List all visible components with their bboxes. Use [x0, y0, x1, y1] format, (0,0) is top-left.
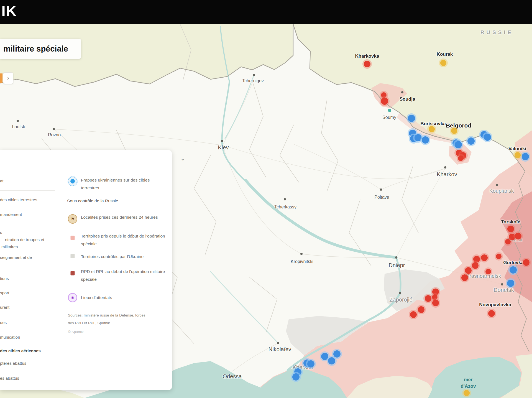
- darkred-sq-icon: [71, 271, 75, 275]
- legend-panel: Sous contrôle de la Russie Sources: mini…: [0, 150, 172, 390]
- red-marker[interactable]: [507, 226, 514, 232]
- yellow-marker[interactable]: [515, 152, 521, 158]
- legend-item-label: Lieux d'attentats: [81, 294, 165, 302]
- citydot-marker: [53, 128, 55, 130]
- red-marker[interactable]: [425, 295, 431, 302]
- blue-marker[interactable]: [507, 280, 514, 287]
- blue-marker[interactable]: [292, 373, 300, 381]
- timeline-handle-fragment[interactable]: [0, 73, 2, 83]
- red-marker[interactable]: [505, 239, 511, 244]
- red-marker[interactable]: [381, 98, 388, 105]
- blue-marker[interactable]: [484, 134, 491, 141]
- legend-section-russia-control: Sous contrôle de la Russie: [67, 198, 118, 203]
- attack-icon: ✷: [68, 293, 77, 302]
- blue-marker[interactable]: [328, 357, 335, 364]
- blue-marker[interactable]: [422, 136, 429, 144]
- red-marker[interactable]: [381, 92, 387, 98]
- blue-marker[interactable]: [307, 360, 314, 368]
- citydot-marker: [496, 184, 498, 186]
- legend-copyright: © Sputnik: [68, 330, 84, 334]
- blue-marker[interactable]: [408, 115, 415, 122]
- yellow-marker[interactable]: [464, 390, 470, 396]
- blue-marker[interactable]: [522, 153, 529, 160]
- red-marker[interactable]: [418, 306, 424, 313]
- next-button[interactable]: ›: [3, 72, 13, 84]
- legend-item-fragment: ptères abattus: [0, 361, 26, 366]
- legend-item-fragment: ues: [0, 320, 7, 325]
- legend-item-fragment: ntration de troupes et: [5, 237, 44, 242]
- legend-item-fragment: s: [0, 230, 2, 235]
- map-application: RUSSIEKourskKharkovkaTchernigovSoudjaSou…: [0, 0, 532, 398]
- red-marker[interactable]: [523, 259, 530, 266]
- legend-item-fragment: tions: [0, 276, 9, 281]
- citydot-marker: [17, 120, 19, 122]
- citydot-marker: [401, 91, 403, 93]
- legend-item-fragment: munication: [0, 335, 20, 340]
- yellow-marker[interactable]: [429, 126, 435, 132]
- legend-sources-line1: Sources: ministère russe de la Défense, …: [68, 313, 145, 317]
- citydot-marker: [501, 283, 503, 285]
- blue-marker[interactable]: [321, 353, 328, 360]
- red-marker[interactable]: [461, 274, 468, 281]
- citydot-marker: [221, 140, 223, 142]
- yellow-marker[interactable]: [440, 60, 446, 66]
- red-marker[interactable]: [472, 262, 479, 269]
- citydot-marker: [300, 253, 303, 255]
- legend-item-fragment: des cibles aériennes: [0, 348, 41, 353]
- pink-sq-icon: [71, 236, 75, 240]
- blue-marker[interactable]: [455, 141, 462, 148]
- teal-marker[interactable]: [388, 109, 391, 112]
- legend-item-label: Territoires contrôlés par l'Ukraine: [81, 253, 165, 261]
- blue-marker[interactable]: [510, 266, 517, 274]
- gray-sq-icon: [71, 254, 75, 258]
- red-marker[interactable]: [432, 289, 439, 295]
- captured-icon: ⚑: [68, 214, 77, 224]
- yellow-marker[interactable]: [451, 128, 457, 134]
- citydot-marker: [399, 292, 401, 294]
- red-marker[interactable]: [473, 256, 480, 262]
- red-marker[interactable]: [432, 300, 439, 306]
- top-header-bar: IK: [0, 0, 532, 24]
- legend-item-label: Territoires pris depuis le début de l'op…: [81, 232, 165, 248]
- citydot-marker: [395, 256, 397, 259]
- ukr-strike-icon: [68, 176, 78, 186]
- legend-sources-line2: des RPD et RPL, Sputnik: [68, 321, 110, 325]
- legend-item-fragment: urant: [0, 305, 9, 310]
- red-marker[interactable]: [515, 233, 521, 239]
- collapse-legend-chevron[interactable]: ⌄: [177, 154, 188, 162]
- legend-item-fragment: des cibles terrestres: [0, 197, 37, 202]
- red-marker[interactable]: [364, 61, 370, 67]
- blue-marker[interactable]: [333, 350, 341, 358]
- legend-item-label: Localités prises ces dernières 24 heures: [81, 213, 165, 221]
- legend-divider: [67, 194, 165, 194]
- red-marker[interactable]: [485, 269, 491, 274]
- sputnik-logo: IK: [1, 2, 17, 19]
- citydot-marker: [380, 188, 382, 191]
- red-marker[interactable]: [465, 267, 472, 274]
- red-marker[interactable]: [432, 294, 438, 300]
- legend-item-fragment: seignement et de: [0, 255, 32, 260]
- map-title: militaire spéciale: [0, 44, 68, 53]
- red-marker[interactable]: [410, 311, 417, 318]
- blue-marker[interactable]: [415, 134, 422, 141]
- citydot-marker: [253, 74, 255, 76]
- legend-divider: [67, 285, 165, 285]
- legend-item-fragment: mandement: [0, 212, 22, 217]
- map-title-box: militaire spéciale: [0, 39, 81, 59]
- citydot-marker: [277, 342, 279, 344]
- legend-item-fragment: militaires: [1, 244, 18, 249]
- chevron-right-icon: ›: [7, 75, 9, 81]
- legend-item-fragment: at: [0, 178, 4, 183]
- legend-item-fragment: es abattus: [0, 376, 19, 381]
- red-marker[interactable]: [458, 155, 464, 161]
- legend-divider: [0, 190, 55, 191]
- legend-item-label: RPD et RPL au début de l'opération milit…: [81, 268, 165, 283]
- legend-item-label: Frappes ukrainiennes sur des cibles terr…: [81, 176, 165, 192]
- red-marker[interactable]: [481, 254, 488, 261]
- legend-item-fragment: sport: [0, 290, 9, 295]
- red-marker[interactable]: [509, 234, 515, 240]
- red-marker[interactable]: [488, 310, 495, 317]
- blue-marker[interactable]: [467, 137, 475, 145]
- red-marker[interactable]: [496, 254, 502, 259]
- citydot-marker: [284, 198, 286, 200]
